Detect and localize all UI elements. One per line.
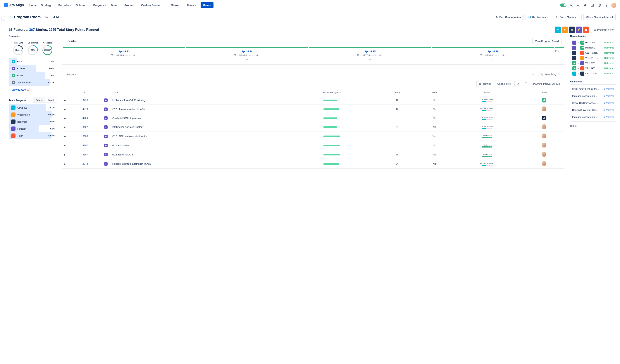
dependency-row[interactable]: GD→V2.1 SAT ...Delivered: [572, 61, 614, 65]
dependency-row[interactable]: →ChaG12: DB c...Delivered: [572, 41, 614, 45]
progress-bar-row[interactable]: ◆Dependencies63/73: [9, 79, 57, 86]
app-logo[interactable]: Jira Align: [4, 3, 24, 7]
feature-id-link[interactable]: 5387: [82, 153, 88, 156]
team-row[interactable]: Baltimore86%: [9, 118, 57, 125]
expand-row-icon[interactable]: ▶: [64, 144, 66, 147]
table-row[interactable]: ▶ 4207 ◆ G12: Automation 1 No ACCEPTED: [62, 141, 565, 150]
fullscreen-button[interactable]: ⛶: [523, 81, 529, 87]
feature-id-link[interactable]: 5386: [82, 135, 88, 137]
nav-team[interactable]: Team▼: [109, 2, 122, 8]
expand-row-icon[interactable]: ▶: [64, 163, 66, 165]
team-tile[interactable]: ▣: [583, 27, 589, 33]
tab-count[interactable]: Count: [45, 98, 57, 103]
table-row[interactable]: ▶ 4273 ◆ G12 : Team innovation for AC5 1…: [62, 105, 565, 114]
favorite-star-icon[interactable]: ☆: [9, 15, 12, 19]
progress-bar-row[interactable]: ◆Stories76%: [9, 72, 57, 79]
dependency-row[interactable]: →Interface: P...Delivered: [572, 72, 614, 76]
view-report-link[interactable]: View report📈: [9, 86, 57, 91]
owner-avatar[interactable]: [542, 134, 546, 138]
program-view-button[interactable]: ⊞Program View: [591, 27, 616, 33]
feature-id-link[interactable]: 4209: [82, 117, 88, 120]
account-icon[interactable]: [569, 3, 574, 7]
create-button[interactable]: Create: [201, 2, 214, 8]
sprint-column[interactable]: Sprint 2570 out of 72 stories accepted◈: [309, 47, 431, 61]
nav-custom-rooms[interactable]: Custom Rooms▼: [139, 2, 165, 8]
nav-strategy[interactable]: Strategy▼: [39, 2, 56, 8]
theme-toggle[interactable]: [560, 3, 566, 7]
progress-bar-row[interactable]: ◆Features56%: [9, 65, 57, 72]
for-value[interactable]: Mobile: [53, 16, 60, 19]
feature-id-link[interactable]: 3973: [82, 163, 88, 165]
expand-row-icon[interactable]: ▶: [64, 99, 66, 101]
expand-row-icon[interactable]: ▶: [64, 154, 66, 156]
search-icon[interactable]: [576, 3, 581, 7]
objective-row[interactable]: Increase user retentio...In Progress: [572, 114, 614, 120]
table-row[interactable]: ▶ 3422 ◆ Intelligence Assisted Chatbot 2…: [62, 122, 565, 132]
col-owner[interactable]: Owner: [523, 90, 565, 96]
expand-row-icon[interactable]: ▶: [64, 126, 66, 128]
table-row[interactable]: ▶ 5426 ◆ Implement Live Call Monitoring …: [62, 96, 565, 105]
nav-home[interactable]: Home: [28, 2, 38, 8]
view-configuration-button[interactable]: ⚙View Configuration: [493, 14, 524, 20]
team-row[interactable]: Houston62%: [9, 125, 57, 132]
objective-row[interactable]: G13 Family Feature for...In Progress: [572, 86, 614, 92]
settings-icon[interactable]: [604, 3, 609, 7]
nav-solution[interactable]: Solution▼: [74, 2, 91, 8]
objective-row[interactable]: Increase user retentio...In Progress: [572, 93, 614, 99]
nav-portfolio[interactable]: Portfolio▼: [57, 2, 73, 8]
sprint-column[interactable]: Sprint 2650 out of 54 stories accepted☆: [432, 47, 554, 61]
tab-points[interactable]: Points: [33, 98, 45, 103]
table-row[interactable]: ▶ 3973 ◆ Hadoop: upgrade automation in A…: [62, 159, 565, 168]
run-meeting-button[interactable]: 🖵Run a Meeting▼: [553, 14, 582, 20]
col-status[interactable]: Status: [451, 90, 523, 96]
feature-id-link[interactable]: 4273: [82, 108, 88, 110]
dependency-row[interactable]: →ChaMirrored ...Delivered: [572, 46, 614, 50]
view-program-board-button[interactable]: View Program Board: [532, 38, 561, 44]
close-interval-button[interactable]: Close Planning Interval: [584, 14, 616, 20]
search-input[interactable]: 🔍Search by ID, Nar: [538, 71, 562, 78]
expand-sidebar-button[interactable]: ›: [1, 16, 5, 21]
tasks-icon[interactable]: [590, 3, 594, 7]
table-row[interactable]: ▶ 5387 ◆ G12: ESRs for AC5 24 No ACCEPTE…: [62, 150, 565, 159]
team-row[interactable]: Cowboys78.1%: [9, 104, 57, 111]
feature-id-link[interactable]: 3422: [82, 126, 88, 128]
burnup-button[interactable]: Planning Interval BurnUp: [531, 81, 562, 87]
expand-row-icon[interactable]: ▶: [64, 135, 66, 137]
table-row[interactable]: ▶ 5386 ◆ G12 : AP2 machines stabilizatio…: [62, 132, 565, 141]
type-dropdown[interactable]: Feature▼: [65, 71, 536, 78]
team-tile[interactable]: ✦: [555, 27, 561, 33]
owner-avatar[interactable]: NO: [542, 116, 546, 121]
col-title[interactable]: Title: [111, 90, 287, 96]
quick-filters-button[interactable]: Quick Filters: [495, 81, 513, 87]
owner-avatar[interactable]: [542, 124, 546, 129]
prioritize-button[interactable]: ⚖Prioritize: [476, 81, 494, 87]
nav-product[interactable]: Product▼: [123, 2, 139, 8]
nav-program[interactable]: Program▼: [92, 2, 108, 8]
feature-id-link[interactable]: 4207: [82, 144, 88, 147]
sprint-column[interactable]: Sprint 2355 out of 60 stories accepted: [63, 47, 185, 61]
owner-avatar[interactable]: MD: [542, 98, 546, 103]
nav-starred[interactable]: Starred▼: [169, 2, 185, 8]
col-id[interactable]: ID: [68, 90, 103, 96]
objective-row[interactable]: Design Survey for Call...In Progress: [572, 107, 614, 113]
feature-id-link[interactable]: 5426: [82, 99, 88, 102]
team-tile[interactable]: ●: [562, 27, 568, 33]
sprint-column[interactable]: Sprint 2467 out of 83 stories accepted◈: [186, 47, 308, 61]
expand-row-icon[interactable]: ▶: [64, 108, 66, 110]
col-progress[interactable]: Feature Progress: [287, 90, 376, 96]
settings-button[interactable]: ⚙: [514, 81, 521, 87]
owner-avatar[interactable]: [542, 152, 546, 157]
notifications-icon[interactable]: [583, 3, 588, 7]
dependency-row[interactable]: →V2.1 SAT - ...Delivered: [572, 56, 614, 60]
dependency-row[interactable]: GD→V2.1 SAT ...Delivered: [572, 66, 614, 70]
dependency-row[interactable]: →G12: Hadoo...Delivered: [572, 51, 614, 55]
objective-row[interactable]: Grow iOS Daily Active ...In Progress: [572, 100, 614, 106]
progress-bar-row[interactable]: ◆Epics17%: [9, 58, 57, 65]
key-metrics-button[interactable]: 📊Key Metrics▼: [526, 14, 552, 20]
owner-avatar[interactable]: [542, 106, 546, 111]
team-row[interactable]: Washington90.2%: [9, 111, 57, 118]
owner-avatar[interactable]: [542, 143, 546, 148]
expand-row-icon[interactable]: ▶: [64, 117, 66, 119]
table-row[interactable]: ▶ 4209 ◆ Chatbot JSON integrations 1 No …: [62, 114, 565, 122]
help-icon[interactable]: [597, 3, 602, 7]
